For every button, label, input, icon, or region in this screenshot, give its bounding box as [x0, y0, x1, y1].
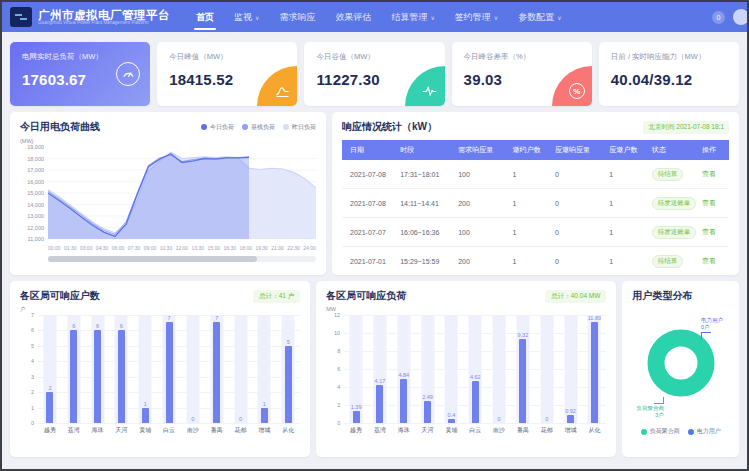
bar-bg-stripe — [258, 315, 271, 423]
table-cell: 2021-07-07 — [342, 218, 396, 247]
x-axis-ticks: 越秀荔湾海珠天河黄埔白云南沙番禺花都增城从化 — [344, 426, 606, 435]
datazoom-slider[interactable] — [48, 256, 316, 262]
y-tick: 12 — [334, 312, 340, 318]
x-tick: 10:30 — [160, 245, 173, 251]
bar-bg-stripe — [234, 315, 247, 423]
legend-item-0[interactable]: 今日负荷 — [201, 123, 234, 132]
bar-column-10: 11.89 — [582, 315, 606, 423]
table-cell: 0 — [551, 160, 605, 189]
app-title: 广州市虚拟电厂管理平台 — [38, 9, 170, 21]
x-tick: 19:30 — [255, 245, 268, 251]
y-tick: 2 — [31, 389, 34, 395]
table-row: 2021-07-0716:06~16:36100101待发送账单查看 — [342, 218, 729, 247]
view-link[interactable]: 查看 — [702, 170, 716, 177]
bar-value-label: 0 — [191, 416, 194, 422]
x-tick: 番禺 — [205, 426, 229, 435]
x-tick: 海珠 — [392, 426, 416, 435]
datazoom-thumb[interactable] — [48, 256, 257, 262]
district-users-bar-chart: 户76543210 26661707015越秀荔湾海珠天河黄埔白云南沙番禺花都增… — [20, 306, 300, 435]
kpi-card-response-capacity: 日前 / 实时响应能力（MW） 40.04/39.12 — [599, 42, 739, 106]
bar-column-3: 6 — [109, 315, 133, 423]
kpi-label: 今日峰值（MW） — [169, 52, 285, 62]
column-header: 应邀响应量 — [551, 140, 605, 160]
x-tick: 白云 — [157, 426, 181, 435]
y-tick: 3 — [31, 374, 34, 380]
main-nav: 首页监视∨需求响应效果评估结算管理∨签约管理∨参数配置∨ — [186, 2, 712, 32]
legend-item-2[interactable]: 昨日负荷 — [283, 123, 316, 132]
legend-dot — [201, 124, 207, 130]
bar-value-label: 2.49 — [422, 394, 433, 400]
nav-item-1[interactable]: 监视∨ — [224, 2, 269, 32]
x-tick: 增城 — [252, 426, 276, 435]
column-header: 状态 — [648, 140, 698, 160]
nav-item-4[interactable]: 结算管理∨ — [381, 2, 444, 32]
bar-value-label: 0.4 — [448, 412, 456, 418]
view-link[interactable]: 查看 — [702, 228, 716, 235]
bar-column-9: 1 — [252, 315, 276, 423]
table-cell: 200 — [454, 247, 508, 276]
bar — [567, 415, 574, 423]
legend-item-0[interactable]: 负荷聚合商 — [641, 427, 680, 436]
legend-label: 今日负荷 — [210, 123, 234, 132]
bar — [213, 322, 220, 423]
nav-item-2[interactable]: 需求响应 — [269, 2, 325, 32]
bar — [285, 346, 292, 423]
view-link[interactable]: 查看 — [702, 257, 716, 264]
bar-column-2: 4.84 — [392, 315, 416, 423]
callout-line — [654, 397, 664, 404]
table-cell: 100 — [454, 218, 508, 247]
x-axis-ticks: 00:0001:3003:0004:3006:0007:3009:0010:30… — [48, 245, 316, 251]
legend-dot — [283, 124, 289, 130]
y-tick: 17,000 — [27, 167, 44, 173]
notification-badge[interactable]: 0 — [712, 11, 725, 24]
table-cell: 1 — [605, 189, 648, 218]
nav-item-0[interactable]: 首页 — [186, 2, 224, 32]
y-tick: 18,000 — [27, 156, 44, 162]
x-tick: 22:30 — [287, 245, 300, 251]
kpi-card-grid-load: 电网实时总负荷（MW） 17603.67 — [10, 42, 150, 106]
bar-y-axis: 户76543210 — [20, 306, 38, 435]
bar — [591, 322, 598, 423]
bar-column-5: 7 — [157, 315, 181, 423]
bar-column-7: 9.32 — [511, 315, 535, 423]
table-cell: 16:06~16:36 — [396, 218, 454, 247]
column-header: 邀约户数 — [508, 140, 551, 160]
x-tick: 24:00 — [303, 245, 316, 251]
bar — [70, 330, 77, 423]
nav-item-3[interactable]: 效果评估 — [325, 2, 381, 32]
x-tick: 花都 — [229, 426, 253, 435]
bar-value-label: 0.92 — [565, 408, 576, 414]
response-stats-panel: 响应情况统计（kW） 北京时间 2021-07-08 18:1 日期时段需求响应… — [332, 112, 739, 275]
status-badge: 待结算 — [652, 255, 684, 268]
kpi-label: 日前 / 实时响应能力（MW） — [611, 52, 727, 62]
legend-dot — [641, 429, 647, 435]
bar-column-6: 0 — [181, 315, 205, 423]
x-tick: 15:00 — [208, 245, 221, 251]
x-tick: 南沙 — [181, 426, 205, 435]
legend-item-1[interactable]: 基线负荷 — [242, 123, 275, 132]
y-tick: 2 — [337, 402, 340, 408]
y-tick: 4 — [337, 384, 340, 390]
x-tick: 07:30 — [128, 245, 141, 251]
legend-item-1[interactable]: 电力用户 — [688, 427, 721, 436]
bar-value-label: 2 — [48, 385, 51, 391]
x-tick: 天河 — [416, 426, 440, 435]
nav-item-5[interactable]: 签约管理∨ — [445, 2, 508, 32]
view-link[interactable]: 查看 — [702, 199, 716, 206]
nav-item-6[interactable]: 参数配置∨ — [508, 2, 571, 32]
y-axis-ticks: 76543210 — [20, 315, 38, 423]
x-tick: 越秀 — [344, 426, 368, 435]
panel-title: 各区局可响应户数 — [20, 289, 100, 303]
bar-column-6: 0 — [487, 315, 511, 423]
bar-value-label: 0 — [498, 416, 501, 422]
load-curve-panel: 今日用电负荷曲线 今日负荷基线负荷昨日负荷 (MW) 19,00018,0001… — [10, 112, 326, 275]
table-cell: 14:11~14:41 — [396, 189, 454, 218]
x-axis-ticks: 越秀荔湾海珠天河黄埔白云南沙番禺花都增城从化 — [38, 426, 300, 435]
bar — [142, 408, 149, 423]
bar-column-4: 0.4 — [440, 315, 464, 423]
table-cell: 15:29~15:59 — [396, 247, 454, 276]
user-avatar[interactable] — [733, 9, 749, 25]
beijing-time-badge: 北京时间 2021-07-08 18:1 — [643, 121, 729, 134]
status-badge: 待结算 — [652, 168, 684, 181]
bar-columns: 26661707015 — [38, 315, 300, 423]
